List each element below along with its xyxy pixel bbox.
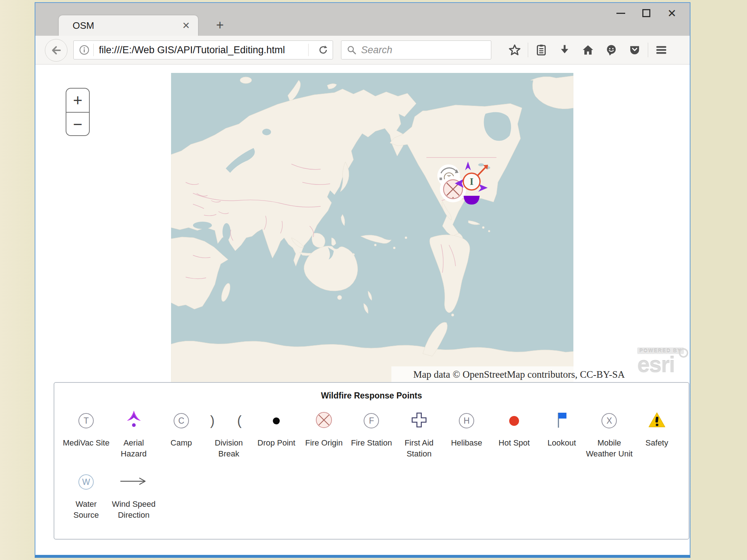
legend-item-label: Wind Speed Direction	[112, 499, 156, 520]
legend-item: Hot Spot	[490, 408, 538, 459]
url-bar[interactable]: file:///E:/Web GIS/API/Tutorial_Editing.…	[73, 40, 333, 59]
legend-item-label: Drop Point	[258, 438, 295, 448]
legend-item-label: Helibase	[451, 438, 482, 448]
divider	[308, 44, 309, 56]
legend-item: CCamp	[158, 408, 205, 459]
legend-item-icon-box	[315, 408, 333, 433]
legend-item-icon-box: T	[78, 408, 94, 433]
incident-command-marker[interactable]: I	[452, 161, 490, 206]
url-text[interactable]: file:///E:/Web GIS/API/Tutorial_Editing.…	[99, 44, 308, 56]
bookmark-star-icon	[508, 44, 521, 56]
legend-item-icon-box: ) (	[206, 408, 251, 433]
hot-spot-icon	[509, 416, 519, 426]
tab-osm[interactable]: OSM ✕	[59, 15, 198, 36]
menu-button[interactable]	[650, 43, 673, 57]
legend-item-icon-box	[509, 408, 519, 433]
lookout-icon	[554, 411, 570, 430]
desktop: OSM ✕ + ✕ file:///E:/Web GIS/API/Tutoria…	[0, 0, 747, 560]
legend-item-icon-box	[119, 470, 149, 494]
legend-item-label: First Aid Station	[405, 438, 433, 459]
legend-panel: Wildfire Response Points TMediVac SiteAe…	[54, 382, 689, 540]
menu-icon	[655, 43, 668, 57]
legend-item-label: Lookout	[547, 438, 576, 448]
legend-item-icon-box: F	[364, 408, 379, 433]
legend-item-label: Mobile Weather Unit	[586, 438, 632, 459]
legend-item: Lookout	[538, 408, 585, 459]
downloads-button[interactable]	[553, 44, 576, 56]
legend-item: XMobile Weather Unit	[585, 408, 633, 459]
search-icon	[347, 45, 357, 55]
home-button[interactable]	[576, 44, 600, 56]
minimize-button[interactable]	[608, 5, 634, 21]
home-icon	[582, 44, 594, 56]
title-bar[interactable]: OSM ✕ + ✕	[35, 3, 690, 36]
camp-icon: C	[174, 413, 189, 428]
page-info-icon[interactable]	[79, 44, 90, 55]
divider	[93, 44, 94, 56]
map-canvas[interactable]	[171, 73, 573, 384]
browser-window: OSM ✕ + ✕ file:///E:/Web GIS/API/Tutoria…	[35, 2, 690, 558]
legend-item: First Aid Station	[395, 408, 443, 459]
legend-item: FFire Station	[348, 408, 395, 459]
helibase-icon: H	[459, 413, 474, 428]
download-icon	[558, 44, 571, 56]
divider	[528, 43, 528, 57]
safety-icon	[648, 412, 666, 430]
legend-item: Aerial Hazard	[110, 408, 157, 459]
mobile-weather-unit-icon: X	[601, 413, 617, 428]
new-tab-button[interactable]: +	[210, 16, 230, 34]
legend-item-label: Camp	[171, 438, 192, 448]
legend-item-icon-box	[648, 408, 666, 433]
drop-point-icon	[273, 417, 280, 424]
feedback-button[interactable]	[600, 44, 623, 56]
pocket-icon	[628, 44, 641, 56]
maximize-button[interactable]	[634, 5, 659, 21]
legend-item-label: Hot Spot	[499, 438, 530, 448]
window-controls: ✕	[608, 4, 685, 22]
legend-item-icon-box	[554, 408, 570, 433]
close-button[interactable]: ✕	[659, 5, 685, 21]
reload-button[interactable]	[318, 45, 328, 55]
legend-item-icon-box: X	[601, 408, 617, 433]
division-break-icon: ) (	[206, 413, 251, 428]
esri-globe-icon	[679, 348, 688, 358]
legend-item-label: Aerial Hazard	[110, 438, 157, 459]
reading-list-button[interactable]	[530, 44, 553, 56]
legend-item-icon-box: W	[78, 470, 94, 494]
legend-item: ) (Division Break	[205, 408, 252, 459]
legend-item-label: Safety	[646, 438, 668, 448]
fire-station-icon: F	[364, 413, 379, 428]
wind-speed-direction-icon	[119, 477, 149, 487]
medivac-site-icon: T	[78, 413, 94, 428]
legend-item-icon-box	[410, 408, 428, 433]
first-aid-station-icon	[410, 411, 428, 430]
search-input[interactable]: Search	[341, 40, 491, 59]
aerial-hazard-icon	[125, 410, 142, 431]
divider	[648, 43, 648, 57]
legend-row-2: WWater SourceWind Speed Direction	[62, 470, 681, 520]
pocket-button[interactable]	[623, 44, 646, 56]
back-button[interactable]	[45, 39, 67, 62]
zoom-in-button[interactable]: +	[66, 89, 89, 112]
legend-row-1: TMediVac SiteAerial HazardCCamp) (Divisi…	[62, 408, 681, 459]
zoom-out-button[interactable]: −	[66, 113, 89, 136]
legend-item: WWater Source	[62, 470, 110, 520]
navigation-toolbar: file:///E:/Web GIS/API/Tutorial_Editing.…	[35, 36, 690, 65]
map-attribution: Map data © OpenStreetMap contributors, C…	[391, 366, 631, 382]
water-source-icon: W	[78, 474, 94, 490]
map-zoom-control: + −	[66, 88, 90, 136]
reload-icon	[318, 45, 328, 55]
legend-item-icon-box: H	[459, 408, 474, 433]
legend-item: TMediVac Site	[62, 408, 110, 459]
legend-item-icon-box: C	[174, 408, 189, 433]
feedback-smiley-icon	[605, 44, 618, 56]
legend-item-label: Fire Station	[351, 438, 392, 448]
legend-item-label: MediVac Site	[63, 438, 109, 448]
legend-item: Drop Point	[253, 408, 300, 459]
legend-item: Wind Speed Direction	[110, 470, 157, 520]
tab-close-icon[interactable]: ✕	[182, 20, 190, 31]
legend-item-label: Fire Origin	[305, 438, 343, 448]
legend-item-icon-box	[125, 408, 142, 433]
bookmark-star-button[interactable]	[503, 44, 526, 56]
toolbar-icons	[503, 36, 673, 64]
